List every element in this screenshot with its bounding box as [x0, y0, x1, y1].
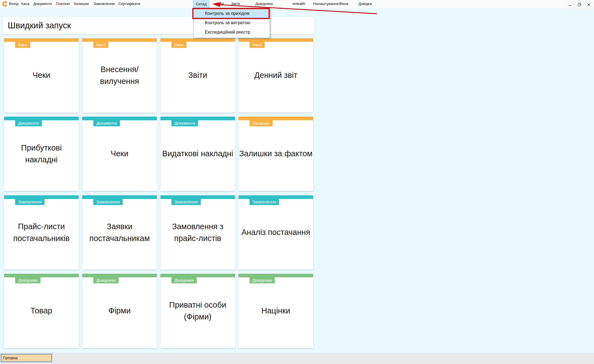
menu-item-vykhid[interactable]: Вихід: [9, 0, 18, 8]
tile-category-badge: Каса: [250, 42, 265, 48]
tile-label: Заявки постачальникам: [82, 221, 157, 245]
tab-holovna[interactable]: Головна: [1, 354, 52, 362]
tile-natsinky[interactable]: Довідники Націнки: [239, 274, 313, 348]
tile-category-badge: Довідники: [93, 277, 119, 283]
menu-item-sertyfikaty[interactable]: Сертифікати: [118, 0, 140, 8]
tile-dennyi-zvit[interactable]: Каса Денний звіт: [239, 38, 313, 113]
tile-label: Внесення/вилучення: [82, 64, 157, 87]
window-controls: [566, 1, 593, 9]
menu-item-dovidka[interactable]: Довідка: [358, 0, 372, 8]
tile-label: Залишки за фактом: [239, 148, 313, 160]
tile-category-bar: [82, 195, 157, 199]
minimize-icon: [568, 3, 572, 6]
tile-label: Прибуткові накладні: [4, 142, 79, 166]
close-icon: [587, 3, 590, 6]
menu-item-vikna[interactable]: Вікна: [339, 0, 348, 8]
menu-item-nalashtuvannia[interactable]: Налаштування: [313, 0, 339, 8]
tile-category-badge: Каса: [15, 42, 30, 48]
quick-launch-grid: Каса Чеки Каса Внесення/вилучення Каса З…: [4, 38, 313, 348]
close-button[interactable]: [584, 1, 593, 9]
app-logo-icon: [2, 1, 8, 7]
tile-cheky-kasa[interactable]: Каса Чеки: [4, 38, 79, 113]
tile-category-bar: [4, 195, 79, 199]
tile-category-badge: Каса: [171, 42, 187, 48]
tile-label: Чеки: [32, 69, 51, 81]
menu-item-dovidnyky[interactable]: Довідники: [255, 0, 273, 8]
restore-button[interactable]: [575, 1, 584, 9]
tile-zvity-kasa[interactable]: Каса Звіти: [160, 38, 235, 113]
status-bar: Головна: [0, 353, 594, 364]
tile-prais-lysty-postachalnykiv[interactable]: Замовлення Прайс-листи постачальників: [4, 195, 79, 270]
tile-label: Чеки: [110, 148, 129, 160]
tile-category-badge: Довідники: [250, 277, 275, 283]
tile-category-bar: [82, 274, 157, 277]
tile-category-badge: Замовлення: [15, 199, 45, 205]
dropdown-item-kontrol-za-prykhidom[interactable]: Контроль за прихідом: [193, 9, 270, 18]
tile-category-badge: Замовлення: [93, 199, 123, 205]
tile-category-bar: [160, 274, 235, 277]
menu-item-zvity[interactable]: Звіти: [231, 0, 240, 8]
tile-zamovlennia-z-prais-lystiv[interactable]: Замовлення Замовлення з прайс-листів: [160, 195, 235, 270]
menu-item-filii[interactable]: Філії: [216, 0, 224, 8]
tile-category-bar: [239, 117, 313, 120]
tile-label: Денний звіт: [254, 69, 298, 81]
tile-firmy[interactable]: Довідники Фірми: [82, 274, 157, 348]
tile-category-bar: [160, 195, 235, 199]
tile-label: Товар: [30, 305, 53, 317]
tile-category-badge: Довідники: [15, 277, 40, 283]
tile-category-bar: [4, 274, 79, 277]
tile-vydatkovi-nakladni[interactable]: Документи Видаткові накладні: [160, 117, 235, 191]
dropdown-item-ekspedytsiinyi-reiestr[interactable]: Експедиційний реєстр: [193, 28, 270, 37]
tile-cheky-dokumenty[interactable]: Документи Чеки: [82, 117, 157, 191]
menu-bar: Вихід Каса Документи Платежі Залишки Зам…: [0, 0, 594, 8]
menu-item-kasa[interactable]: Каса: [21, 0, 29, 8]
tile-category-bar: [239, 274, 313, 277]
dropdown-item-kontrol-za-vytratoiu[interactable]: Контроль за витратою: [193, 18, 270, 28]
tile-category-badge: Залишки: [250, 120, 273, 126]
tile-category-bar: [160, 38, 235, 42]
tile-category-badge: Замовлення: [171, 199, 201, 205]
tile-label: Прайс-листи постачальників: [4, 221, 79, 245]
menu-item-ehealth[interactable]: eHealth: [292, 0, 305, 8]
tile-vnesennia-vyluchennia[interactable]: Каса Внесення/вилучення: [82, 38, 157, 113]
tile-analiz-postachannia[interactable]: Замовлення Аналіз постачання: [239, 195, 313, 270]
tile-label: Фірми: [108, 305, 131, 317]
tile-category-bar: [160, 117, 235, 120]
tile-label: Видаткові накладні: [162, 148, 234, 160]
tile-zalyshky-za-faktom[interactable]: Залишки Залишки за фактом: [239, 117, 313, 191]
tile-label: Приватні особи (Фірми): [160, 299, 235, 323]
menu-item-zamovlennia[interactable]: Замовлення: [94, 0, 115, 8]
menu-item-platezhi[interactable]: Платежі: [56, 0, 70, 8]
tile-category-badge: Документи: [171, 120, 198, 126]
tile-category-bar: [82, 38, 157, 42]
tile-category-badge: Документи: [93, 120, 120, 126]
tile-category-badge: Каса: [93, 42, 108, 48]
tile-category-badge: Довідники: [171, 277, 197, 283]
tile-category-badge: Замовлення: [250, 199, 279, 205]
tile-category-badge: Документи: [15, 120, 42, 126]
tile-category-bar: [239, 195, 313, 199]
tile-zaiavky-postachalnykam[interactable]: Замовлення Заявки постачальникам: [82, 195, 157, 270]
menu-item-zalyshky[interactable]: Залишки: [73, 0, 89, 8]
tile-category-bar: [4, 38, 79, 42]
tile-category-bar: [239, 38, 313, 42]
tile-label: Націнки: [261, 305, 291, 317]
restore-icon: [577, 3, 581, 7]
tile-tovar[interactable]: Довідники Товар: [4, 274, 79, 348]
tile-label: Аналіз постачання: [241, 226, 311, 239]
menu-item-dokumenty[interactable]: Документи: [33, 0, 52, 8]
tile-label: Звіти: [188, 69, 208, 81]
menu-item-sklad[interactable]: Склад: [193, 1, 209, 7]
tile-label: Замовлення з прайс-листів: [160, 221, 235, 245]
tile-category-bar: [82, 117, 157, 120]
sklad-dropdown-menu: Контроль за прихідом Контроль за витрато…: [193, 8, 270, 38]
minimize-button[interactable]: [566, 1, 574, 9]
tile-pryvatni-osoby-firmy[interactable]: Довідники Приватні особи (Фірми): [160, 274, 235, 348]
tile-category-bar: [4, 117, 79, 120]
tile-prybutkovi-nakladni[interactable]: Документи Прибуткові накладні: [4, 117, 79, 191]
